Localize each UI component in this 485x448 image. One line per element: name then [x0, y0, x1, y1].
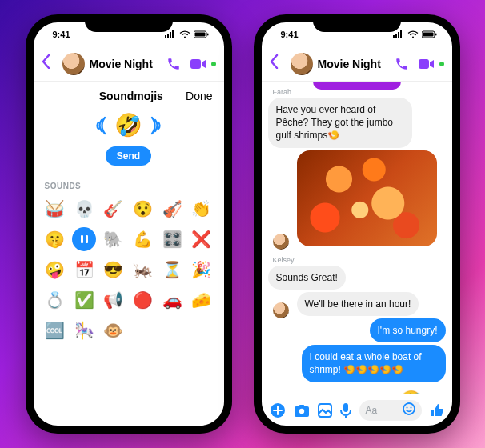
chat-header: Movie Night [34, 46, 224, 82]
soundmoji-cell[interactable]: 🆒 [43, 318, 67, 342]
soundwave-left-icon [382, 392, 395, 394]
message-tx[interactable]: I could eat a whole boat of shrimp! 🍤🍤🍤🍤… [302, 345, 446, 382]
notch [313, 14, 401, 32]
svg-rect-13 [423, 33, 433, 37]
call-icon[interactable] [395, 57, 409, 71]
message-rx[interactable]: Have you ever heard of Pêche? They got t… [268, 98, 412, 148]
chat-header: Movie Night [262, 46, 452, 82]
svg-rect-15 [419, 59, 429, 69]
soundmoji-cell[interactable]: 🐘 [102, 227, 126, 251]
composer: Aa [262, 394, 452, 426]
soundmoji-cell[interactable]: 🧀 [190, 288, 214, 312]
soundwave-right-icon [147, 115, 162, 136]
soundmoji-emoji: 🤣 [398, 390, 423, 394]
svg-rect-10 [398, 32, 399, 38]
soundmoji-cell[interactable]: 🎛️ [160, 227, 184, 251]
soundmoji-cell[interactable]: 📢 [102, 288, 126, 312]
svg-rect-0 [165, 35, 166, 38]
sender-avatar[interactable] [273, 302, 289, 318]
soundwave-left-icon [95, 115, 110, 136]
back-button[interactable] [42, 54, 58, 73]
battery-icon [422, 30, 438, 38]
status-time: 9:41 [53, 30, 70, 39]
soundmoji-cell[interactable]: 🎻 [160, 197, 184, 221]
svg-point-17 [299, 408, 303, 413]
preview-emoji: 🤣 [114, 112, 142, 138]
sender-avatar[interactable] [273, 234, 289, 250]
chat-body[interactable]: Farah Have you ever heard of Pêche? They… [262, 82, 452, 394]
svg-rect-11 [400, 30, 402, 38]
like-icon[interactable] [430, 403, 444, 418]
gallery-icon[interactable] [318, 403, 332, 418]
battery-icon [194, 30, 210, 38]
soundmoji-cell[interactable]: 📅 [72, 258, 96, 282]
soundmoji-cell[interactable]: 🚗 [160, 288, 184, 312]
phone-right: 9:41 Movie Night Farah Have you ever hea… [254, 14, 460, 434]
wifi-icon [179, 30, 190, 38]
svg-rect-5 [194, 33, 205, 37]
mic-icon[interactable] [340, 402, 351, 418]
soundmoji-cell[interactable]: 🤪 [43, 258, 67, 282]
svg-point-20 [403, 403, 415, 414]
screen-left: 9:41 Movie Night Soundmojis Done [34, 22, 224, 426]
active-dot [439, 62, 444, 66]
signal-icon [165, 30, 176, 38]
soundmoji-preview: 🤣 Send [34, 107, 224, 174]
soundmoji-cell[interactable]: ✅ [72, 288, 96, 312]
screen-right: 9:41 Movie Night Farah Have you ever hea… [262, 22, 452, 426]
pause-button[interactable] [72, 227, 96, 251]
svg-rect-18 [319, 404, 331, 417]
svg-rect-2 [170, 32, 171, 38]
soundmoji-cell[interactable]: 😎 [102, 258, 126, 282]
soundmoji-cell[interactable]: 🐵 [102, 318, 126, 342]
soundmoji-cell[interactable]: 🤫 [43, 227, 67, 251]
svg-rect-19 [343, 403, 348, 412]
soundmoji-cell[interactable]: 😯 [130, 197, 154, 221]
soundmoji-cell[interactable]: 🥁 [43, 197, 67, 221]
soundmoji-cell[interactable]: 🔴 [130, 288, 154, 312]
soundmoji-cell[interactable]: 🎸 [102, 197, 126, 221]
video-icon[interactable] [190, 58, 206, 70]
more-actions-icon[interactable] [270, 402, 286, 418]
input-placeholder: Aa [366, 405, 378, 416]
image-attachment[interactable] [297, 150, 437, 246]
status-time: 9:41 [281, 30, 299, 39]
svg-rect-14 [435, 34, 437, 36]
svg-rect-3 [172, 30, 174, 38]
soundmoji-cell[interactable]: ⏳ [160, 258, 184, 282]
svg-point-22 [410, 407, 411, 409]
soundmoji-cell[interactable]: 🎉 [190, 258, 214, 282]
svg-rect-9 [395, 34, 397, 38]
back-button[interactable] [270, 54, 286, 73]
soundmoji-cell[interactable]: 💀 [72, 197, 96, 221]
avatar[interactable] [62, 53, 85, 75]
sounds-section-label: SOUNDS [34, 174, 224, 194]
soundmoji-message[interactable]: 🤣 [268, 385, 446, 394]
avatar[interactable] [291, 53, 313, 75]
message-input[interactable]: Aa [359, 400, 422, 421]
done-button[interactable]: Done [186, 90, 212, 102]
signal-icon [393, 30, 404, 38]
camera-icon[interactable] [294, 403, 310, 418]
call-icon[interactable] [166, 57, 181, 71]
soundmoji-cell[interactable]: 👏 [190, 197, 214, 221]
chat-title[interactable]: Movie Night [90, 58, 166, 70]
theme-pill [313, 82, 401, 90]
soundmoji-cell[interactable]: ❌ [190, 227, 214, 251]
soundmoji-grid: 🥁💀🎸😯🎻👏🤫🐘💪🎛️❌🤪📅😎🦗⏳🎉💍✅📢🔴🚗🧀🆒🎠🐵 [34, 194, 224, 350]
chat-title[interactable]: Movie Night [318, 58, 395, 70]
message-rx[interactable]: We'll be there in an hour! [297, 292, 419, 316]
soundmoji-cell[interactable]: 🎠 [72, 318, 96, 342]
soundmoji-cell[interactable]: 💪 [130, 227, 154, 251]
active-dot [211, 62, 216, 66]
message-rx[interactable]: Sounds Great! [268, 266, 346, 290]
sender-label: Kelsey [273, 256, 446, 264]
svg-rect-1 [167, 34, 169, 38]
emoji-picker-icon[interactable] [403, 402, 415, 418]
soundmoji-cell[interactable]: 🦗 [130, 258, 154, 282]
message-tx[interactable]: I'm so hungry! [370, 318, 446, 342]
soundmoji-cell[interactable]: 💍 [43, 288, 67, 312]
video-icon[interactable] [419, 58, 435, 70]
svg-rect-6 [207, 34, 209, 36]
send-button[interactable]: Send [106, 146, 151, 166]
